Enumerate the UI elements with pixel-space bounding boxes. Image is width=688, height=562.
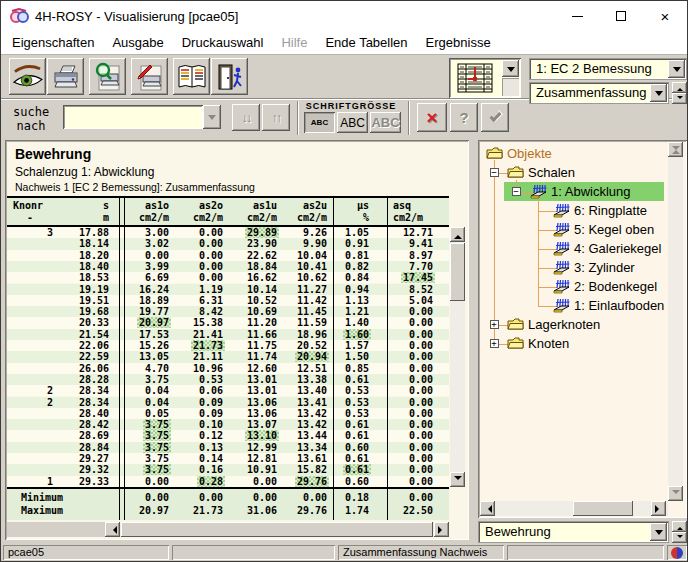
spinner-up-button[interactable] [672,82,687,93]
tree-item-objekte[interactable]: Objekte [507,144,552,163]
close-button[interactable]: × [643,1,687,31]
status-bar: pcae05 Zusammenfassung Nachweis [1,544,687,561]
shell-icon [553,241,571,260]
result-type-combo[interactable]: Bewehrung [478,521,669,543]
tree-item-1-abwicklung[interactable]: 1: Abwicklung [551,182,631,201]
tree-item-schalen[interactable]: Schalen [528,163,575,182]
tree-item-lagerknoten[interactable]: Lagerknoten [528,315,600,334]
tree-expander[interactable]: − [512,187,521,196]
menu-item-druckauswahl[interactable]: Druckauswahl [173,32,273,53]
result-set-value[interactable]: 1: EC 2 Bemessung [529,58,687,80]
table-cell: 5.04 [363,295,433,306]
tree-item-6-ringplatte[interactable]: 6: Ringplatte [574,201,647,220]
search-next-button[interactable]: ↓↓ [232,104,260,131]
table-cell: 8.52 [363,284,433,295]
result-set-combo[interactable]: 1: EC 2 Bemessung [529,58,687,80]
table-cell: 0.00 [363,476,433,487]
fontsize-large-button[interactable]: ABC [370,112,401,133]
title-bar: 4H-ROSY - Visualisierung [pcae05] × [1,1,687,31]
table-layout-selector[interactable] [449,58,521,98]
fontsize-medium-button[interactable]: ABC [337,112,368,133]
object-tree-panel: Objekte−Schalen−1: Abwicklung6: Ringplat… [478,140,687,518]
table-cell: 9.41 [363,238,433,249]
tree-hscroll-thumb[interactable] [573,501,633,516]
tree-expander[interactable]: − [490,168,499,177]
spinner-down-button[interactable] [672,93,687,104]
help-button[interactable]: ? [450,103,478,132]
checkmark-icon [489,109,501,121]
table-cell: 0.61 [299,419,369,430]
table-hscroll-thumb[interactable] [121,522,433,537]
tree-scroll-down-button[interactable] [668,486,683,501]
search-input[interactable] [63,105,203,129]
search-dropdown-arrow[interactable] [203,105,221,129]
shell-icon [553,279,571,298]
table-cell: 0.61 [299,374,369,385]
print-preview-button[interactable] [89,58,126,95]
table-cell: 0.00 [363,464,433,475]
summary-max-value: 1.74 [299,505,369,516]
view-eye-button[interactable] [9,58,46,95]
menu-item-ende-tabellen[interactable]: Ende Tabellen [316,32,416,53]
table-cell: 0.53 [299,397,369,408]
table-cell: 0.00 [363,340,433,351]
cancel-button[interactable]: × [417,103,447,132]
search-prev-button[interactable]: ↑↑ [262,104,290,131]
shell-icon [530,184,548,203]
exit-button[interactable] [211,58,248,95]
tree-item-5-kegel-oben[interactable]: 5: Kegel oben [574,220,654,239]
result-view-combo[interactable]: Zusammenfassung [529,82,669,104]
result-view-value[interactable]: Zusammenfassung [529,82,669,104]
table-scroll-right-button[interactable] [434,522,449,537]
result-view-dropdown-arrow[interactable] [650,84,667,102]
menu-item-ergebnisse[interactable]: Ergebnisse [417,32,500,53]
table-vscroll-thumb[interactable] [450,243,465,301]
tree-scroll-up-button[interactable] [668,142,683,157]
result-type-spin-up[interactable] [672,521,687,532]
fontsize-small-button[interactable]: ABC [304,112,335,133]
eye-icon [12,63,43,91]
result-view-spinner[interactable] [672,82,687,104]
print-button[interactable] [47,58,84,95]
tree-item-knoten[interactable]: Knoten [528,334,569,353]
menu-item-eigenschaften[interactable]: Eigenschaften [3,32,103,53]
result-set-dropdown-arrow[interactable] [668,60,685,78]
summary-max-value: 22.50 [363,505,433,516]
table-layout-scroll[interactable] [502,78,519,96]
tree-scroll-right-button[interactable] [651,501,666,516]
table-cell: 0.53 [299,408,369,419]
status-project: pcae05 [3,545,169,560]
tree-item-1-einlaufboden[interactable]: 1: Einlaufboden [574,296,664,315]
tree-item-3-zylinder[interactable]: 3: Zylinder [574,258,635,277]
tree-expander[interactable]: + [490,320,499,329]
tree-item-4-galeriekegel[interactable]: 4: Galeriekegel [574,239,661,258]
tree-scroll-left-button[interactable] [480,501,495,516]
minimize-button[interactable] [555,1,599,31]
table-scroll-down-button[interactable] [450,472,465,487]
summary-min-value: 0.00 [363,492,433,503]
result-type-value[interactable]: Bewehrung [478,521,669,543]
result-type-spin-down[interactable] [672,532,687,543]
result-type-dropdown-arrow[interactable] [650,523,667,541]
table-layout-dropdown-arrow[interactable] [502,60,519,77]
menu-item-ausgabe[interactable]: Ausgabe [103,32,172,53]
manual-button[interactable] [173,58,210,95]
table-scroll-up-button[interactable] [450,227,465,242]
result-type-spinner[interactable] [672,521,687,543]
tree-item-2-bodenkegel[interactable]: 2: Bodenkegel [574,277,657,296]
table-scroll-left-button[interactable] [105,522,120,537]
menu-item-hilfe[interactable]: Hilfe [272,32,316,53]
maximize-button[interactable] [599,1,643,31]
print-preview-icon [93,62,123,92]
summary-max-label: Maximum [21,505,63,516]
table-cell: 0.00 [363,385,433,396]
search-input-field[interactable] [66,108,200,126]
table-cell: 0.81 [299,250,369,261]
tree-connector [538,198,539,306]
app-window: 4H-ROSY - Visualisierung [pcae05] × Eige… [0,0,688,562]
print-settings-button[interactable] [131,58,168,95]
tree-vscrollbar[interactable] [668,142,683,501]
tree-expander[interactable]: + [490,339,499,348]
main-area: Bewehrung Schalenzug 1: Abwicklung Nachw… [1,138,687,544]
confirm-button[interactable] [481,103,509,132]
